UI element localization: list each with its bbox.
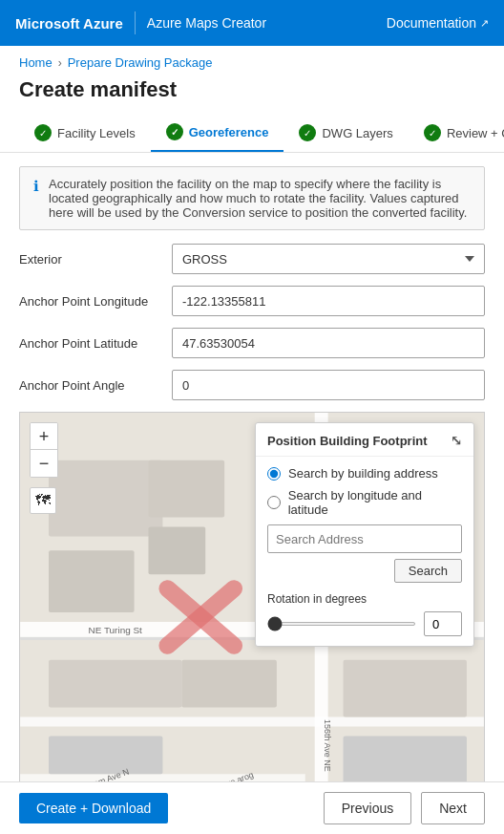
rotation-row — [267, 611, 462, 636]
step-review-create[interactable]: ✓ Review + Create — [409, 115, 504, 151]
bottom-bar: Create + Download Previous Next — [0, 781, 504, 834]
svg-rect-6 — [49, 460, 162, 537]
rotation-slider[interactable] — [267, 622, 416, 626]
breadcrumb-separator: › — [58, 56, 62, 70]
step-dwg-layers[interactable]: ✓ DWG Layers — [284, 115, 408, 151]
svg-text:156th Ave NE: 156th Ave NE — [323, 719, 332, 772]
collapse-icon[interactable]: ⤡ — [451, 433, 462, 448]
product-name: Azure Maps Creator — [147, 15, 266, 31]
steps-nav: ✓ Facility Levels ✓ Georeference ✓ DWG L… — [0, 114, 504, 153]
svg-rect-8 — [149, 460, 225, 518]
create-download-button[interactable]: Create + Download — [19, 793, 168, 823]
exterior-row: Exterior GROSS — [19, 244, 485, 274]
svg-rect-9 — [149, 526, 206, 574]
brand-name: Microsoft Azure — [15, 15, 123, 32]
step-check-icon: ✓ — [34, 124, 52, 141]
radio-building-address[interactable]: Search by building address — [267, 466, 462, 481]
position-panel-body: Search by building address Search by lon… — [256, 457, 473, 646]
anchor-lat-row: Anchor Point Latitude — [19, 328, 485, 358]
radio-lng-lat[interactable]: Search by longitude and latitude — [267, 488, 462, 517]
rotation-label: Rotation in degrees — [267, 592, 462, 606]
breadcrumb-current[interactable]: Prepare Drawing Package — [68, 55, 213, 70]
exterior-label: Exterior — [19, 252, 172, 267]
svg-rect-7 — [49, 550, 135, 612]
map-layer-icon[interactable]: 🗺 — [30, 487, 56, 514]
top-navigation: Microsoft Azure Azure Maps Creator Docum… — [0, 0, 504, 46]
documentation-link[interactable]: Documentation ↗ — [387, 15, 489, 31]
exterior-select[interactable]: GROSS — [172, 244, 485, 274]
info-box: ℹ Accurately position the facility on th… — [19, 166, 485, 230]
position-panel: Position Building Footprint ⤡ Search by … — [255, 422, 474, 647]
svg-rect-10 — [49, 660, 181, 708]
svg-rect-5 — [20, 774, 305, 781]
breadcrumb-home[interactable]: Home — [19, 55, 52, 70]
svg-rect-15 — [344, 660, 467, 717]
map-zoom-controls: + − — [30, 422, 58, 478]
previous-button[interactable]: Previous — [324, 792, 411, 824]
search-address-input[interactable] — [267, 524, 462, 553]
info-icon: ℹ — [33, 178, 39, 220]
external-link-icon: ↗ — [480, 17, 489, 30]
svg-rect-11 — [49, 736, 162, 774]
search-button[interactable]: Search — [394, 559, 462, 583]
step-facility-levels[interactable]: ✓ Facility Levels — [19, 115, 151, 151]
map-container[interactable]: NE Turing St NE 28th St 156th Ave NE Gra… — [19, 412, 485, 823]
zoom-in-button[interactable]: + — [31, 423, 57, 450]
radio-building-address-input[interactable] — [267, 467, 281, 481]
zoom-out-button[interactable]: − — [31, 450, 57, 477]
radio-lng-lat-input[interactable] — [267, 496, 281, 509]
step-check-icon: ✓ — [424, 124, 441, 141]
svg-rect-12 — [181, 660, 277, 708]
anchor-angle-row: Anchor Point Angle — [19, 370, 485, 400]
anchor-angle-input[interactable] — [172, 370, 485, 400]
svg-rect-4 — [20, 717, 484, 727]
page-title: Create manifest — [0, 74, 504, 114]
anchor-lng-row: Anchor Point Longitude — [19, 286, 485, 316]
nav-divider — [135, 11, 136, 34]
step-georeference[interactable]: ✓ Georeference — [151, 114, 284, 152]
breadcrumb: Home › Prepare Drawing Package — [0, 46, 504, 74]
anchor-angle-label: Anchor Point Angle — [19, 378, 172, 393]
anchor-lng-label: Anchor Point Longitude — [19, 294, 172, 309]
position-panel-title: Position Building Footprint — [267, 434, 428, 448]
position-panel-header: Position Building Footprint ⤡ — [256, 423, 473, 457]
svg-text:NE Turing St: NE Turing St — [88, 625, 142, 635]
anchor-lat-input[interactable] — [172, 328, 485, 358]
step-check-icon: ✓ — [299, 124, 316, 141]
form-section: Exterior GROSS Anchor Point Longitude An… — [0, 244, 504, 400]
step-check-icon: ✓ — [166, 123, 183, 140]
anchor-lat-label: Anchor Point Latitude — [19, 336, 172, 351]
next-button[interactable]: Next — [421, 792, 485, 824]
rotation-input[interactable] — [424, 611, 462, 636]
anchor-lng-input[interactable] — [172, 286, 485, 316]
